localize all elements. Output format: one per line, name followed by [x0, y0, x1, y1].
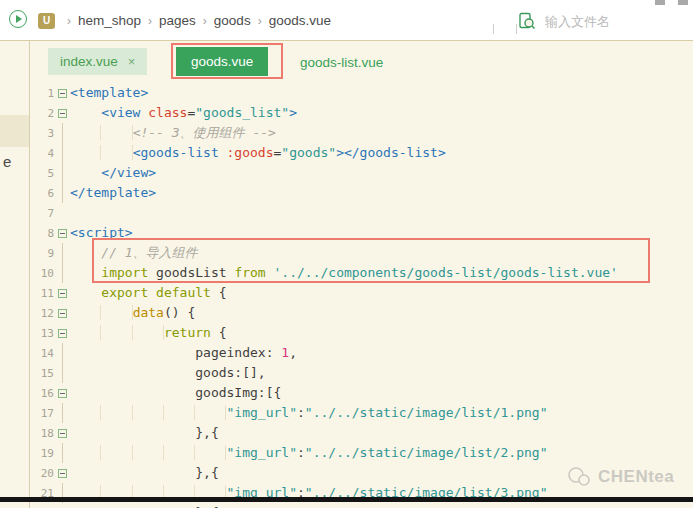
code-text: "img_url":"../../static/image/list/1.png… — [70, 403, 547, 423]
fold-guide — [54, 183, 70, 203]
fold-guide — [54, 263, 70, 283]
sidebar-selected-item[interactable] — [0, 115, 29, 147]
tab-goods-vue[interactable]: goods.vue — [176, 47, 268, 76]
file-search-icon — [518, 12, 536, 30]
code-text: },{ — [70, 503, 219, 508]
line-number: 16 — [30, 387, 54, 400]
fold-toggle-icon[interactable] — [54, 103, 70, 123]
code-line[interactable]: 4 <goods-list :goods="goods"></goods-lis… — [30, 143, 693, 163]
tab-label: index.vue — [60, 54, 118, 69]
line-number: 7 — [30, 207, 54, 220]
code-text: },{ — [70, 463, 219, 483]
code-text: import goodsList from '../../components/… — [70, 263, 618, 283]
code-area[interactable]: 1<template>2 <view class="goods_list">3 … — [30, 78, 693, 508]
tab-goods-list-vue[interactable]: goods-list.vue — [300, 52, 383, 72]
fold-toggle-icon[interactable] — [54, 83, 70, 103]
line-number: 9 — [30, 247, 54, 260]
code-text: data() { — [70, 303, 195, 323]
line-number: 10 — [30, 267, 54, 280]
line-number: 17 — [30, 407, 54, 420]
breadcrumb-separator: › — [148, 14, 152, 28]
code-line[interactable]: 1<template> — [30, 83, 693, 103]
fold-guide — [54, 363, 70, 383]
code-line[interactable]: 15 goods:[], — [30, 363, 693, 383]
toolbar-divider — [493, 24, 494, 34]
code-line[interactable]: 16 goodsImg:[{ — [30, 383, 693, 403]
file-search — [518, 12, 655, 30]
tab-index-vue[interactable]: index.vue × — [48, 48, 147, 75]
breadcrumb-item[interactable]: goods — [214, 13, 251, 28]
breadcrumb-item[interactable]: pages — [159, 13, 196, 28]
code-text: </template> — [70, 183, 156, 203]
breadcrumb-item[interactable]: hem_shop — [78, 13, 141, 28]
window-control-fragment — [678, 0, 688, 5]
wechat-logo-icon — [566, 466, 592, 488]
fold-guide — [54, 443, 70, 463]
line-number: 18 — [30, 427, 54, 440]
code-line[interactable]: 11 export default { — [30, 283, 693, 303]
fold-toggle-icon[interactable] — [54, 223, 70, 243]
tab-label: goods-list.vue — [300, 55, 383, 70]
code-text: export default { — [70, 283, 227, 303]
code-text: <!-- 3、使用组件 --> — [70, 123, 276, 143]
breadcrumb-separator: › — [203, 14, 207, 28]
code-text: },{ — [70, 423, 219, 443]
code-text: goods:[], — [70, 363, 266, 383]
code-text: "img_url":"../../static/image/list/2.png… — [70, 443, 547, 463]
fold-toggle-icon[interactable] — [54, 463, 70, 483]
code-line[interactable]: 2 <view class="goods_list"> — [30, 103, 693, 123]
code-line[interactable]: 14 pageindex: 1, — [30, 343, 693, 363]
watermark: CHENtea — [566, 466, 674, 488]
close-icon[interactable]: × — [128, 54, 136, 69]
screen-edge-bar — [0, 497, 693, 502]
code-line[interactable]: 9 // 1、导入组件 — [30, 243, 693, 263]
code-text: goodsImg:[{ — [70, 383, 281, 403]
line-number: 1 — [30, 87, 54, 100]
line-number: 3 — [30, 127, 54, 140]
line-number: 8 — [30, 227, 54, 240]
line-number: 19 — [30, 447, 54, 460]
fold-guide — [54, 343, 70, 363]
line-number: 20 — [30, 467, 54, 480]
code-line[interactable]: 19 "img_url":"../../static/image/list/2.… — [30, 443, 693, 463]
breadcrumb-item[interactable]: goods.vue — [269, 13, 331, 28]
uniapp-u-icon[interactable]: U — [38, 13, 55, 29]
line-number: 2 — [30, 107, 54, 120]
code-line[interactable]: 13 return { — [30, 323, 693, 343]
sidebar-item-label[interactable]: e — [3, 153, 11, 170]
toolbar-divider — [516, 24, 517, 34]
code-text: </view> — [70, 163, 156, 183]
fold-guide — [54, 203, 70, 223]
code-line[interactable]: 8<script> — [30, 223, 693, 243]
code-line[interactable]: 3 <!-- 3、使用组件 --> — [30, 123, 693, 143]
play-triangle-icon — [16, 15, 22, 23]
code-line[interactable]: 18 },{ — [30, 423, 693, 443]
fold-toggle-icon[interactable] — [54, 323, 70, 343]
fold-toggle-icon[interactable] — [54, 383, 70, 403]
fold-toggle-icon[interactable] — [54, 503, 70, 508]
fold-guide — [54, 123, 70, 143]
watermark-text: CHENtea — [598, 467, 674, 487]
fold-toggle-icon[interactable] — [54, 423, 70, 443]
code-line[interactable]: 7 — [30, 203, 693, 223]
project-sidebar-edge: e — [0, 41, 30, 508]
code-line[interactable]: 17 "img_url":"../../static/image/list/1.… — [30, 403, 693, 423]
code-line[interactable]: 22 },{ — [30, 503, 693, 508]
breadcrumb-separator: › — [67, 14, 71, 28]
fold-toggle-icon[interactable] — [54, 303, 70, 323]
code-text: <view class="goods_list"> — [70, 103, 297, 123]
line-number: 11 — [30, 287, 54, 300]
topbar: U ›hem_shop›pages›goods›goods.vue — [0, 0, 693, 41]
code-text: // 1、导入组件 — [70, 243, 198, 263]
line-number: 5 — [30, 167, 54, 180]
code-line[interactable]: 12 data() { — [30, 303, 693, 323]
fold-toggle-icon[interactable] — [54, 283, 70, 303]
breadcrumb: ›hem_shop›pages›goods›goods.vue — [60, 0, 331, 41]
run-play-icon[interactable] — [9, 10, 27, 28]
code-line[interactable]: 5 </view> — [30, 163, 693, 183]
code-line[interactable]: 10 import goodsList from '../../componen… — [30, 263, 693, 283]
search-input[interactable] — [545, 14, 655, 29]
code-text: <script> — [70, 223, 133, 243]
line-number: 12 — [30, 307, 54, 320]
code-line[interactable]: 6</template> — [30, 183, 693, 203]
